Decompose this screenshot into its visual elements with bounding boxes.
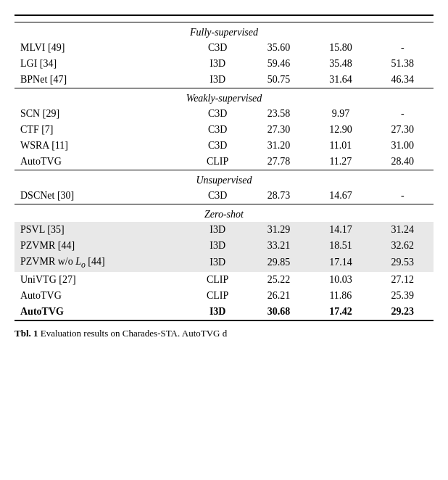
table-row: PZVMR [44]I3D33.2118.5132.62 [14,238,434,254]
cell-method: BPNet [47] [14,72,188,88]
cell-r07: 12.90 [310,122,371,138]
cell-r05: 50.75 [248,72,310,88]
cell-miou: 27.30 [372,122,434,138]
cell-feature: C3D [188,40,248,56]
cell-r07: 18.51 [310,238,371,254]
cell-feature: I3D [188,254,248,272]
cell-feature: C3D [188,188,248,204]
cell-feature: I3D [188,222,248,238]
table-row: CTF [7]C3D27.3012.9027.30 [14,122,434,138]
cell-r05: 59.46 [248,56,310,72]
cell-r07: 9.97 [310,106,371,122]
cell-r07: 14.67 [310,188,371,204]
cell-method: PZVMR [44] [14,238,188,254]
cell-miou: 31.00 [372,138,434,154]
cell-miou: 32.62 [372,238,434,254]
col-miou [372,15,434,22]
cell-feature: CLIP [188,272,248,288]
cell-r05: 28.73 [248,188,310,204]
cell-method: UniVTG [27] [14,272,188,288]
table-header-row [14,15,434,22]
section-header: Weakly-supervised [14,88,434,107]
cell-r07: 17.42 [310,304,371,320]
section-header: Unsupervised [14,170,434,189]
cell-r07: 17.14 [310,254,371,272]
section-label: Unsupervised [14,170,434,189]
cell-r05: 25.22 [248,272,310,288]
col-r05 [248,15,310,22]
table-row: LGI [34]I3D59.4635.4851.38 [14,56,434,72]
cell-r07: 11.27 [310,154,371,170]
cell-r07: 35.48 [310,56,371,72]
section-label: Zero-shot [14,204,434,223]
table-container: Fully-supervisedMLVI [49]C3D35.6015.80-L… [14,15,434,340]
cell-r05: 27.30 [248,122,310,138]
cell-method: AutoTVG [14,154,188,170]
cell-r07: 14.17 [310,222,371,238]
table-row: WSRA [11]C3D31.2011.0131.00 [14,138,434,154]
cell-miou: 51.38 [372,56,434,72]
cell-miou: 25.39 [372,288,434,304]
cell-method: DSCNet [30] [14,188,188,204]
cell-method: AutoTVG [14,304,188,320]
cell-r05: 31.29 [248,222,310,238]
col-r07 [310,15,371,22]
col-feature [188,15,248,22]
cell-method: CTF [7] [14,122,188,138]
table-row: DSCNet [30]C3D28.7314.67- [14,188,434,204]
cell-r05: 26.21 [248,288,310,304]
table-row: SCN [29]C3D23.589.97- [14,106,434,122]
table-row: PZVMR w/o Lo [44]I3D29.8517.1429.53 [14,254,434,272]
section-label: Fully-supervised [14,22,434,41]
cell-r05: 23.58 [248,106,310,122]
cell-feature: C3D [188,106,248,122]
cell-r07: 11.01 [310,138,371,154]
table-row: PSVL [35]I3D31.2914.1731.24 [14,222,434,238]
table-row: AutoTVGCLIP26.2111.8625.39 [14,288,434,304]
cell-feature: I3D [188,238,248,254]
cell-miou: 29.23 [372,304,434,320]
cell-feature: CLIP [188,288,248,304]
cell-r07: 11.86 [310,288,371,304]
cell-r07: 15.80 [310,40,371,56]
cell-method: LGI [34] [14,56,188,72]
table-caption: Tbl. 1 Evaluation results on Charades-ST… [14,327,434,340]
cell-feature: I3D [188,56,248,72]
cell-r07: 10.03 [310,272,371,288]
cell-method: MLVI [49] [14,40,188,56]
cell-miou: - [372,106,434,122]
cell-miou: 31.24 [372,222,434,238]
cell-method: PSVL [35] [14,222,188,238]
cell-miou: 28.40 [372,154,434,170]
cell-feature: C3D [188,122,248,138]
cell-r05: 29.85 [248,254,310,272]
results-table: Fully-supervisedMLVI [49]C3D35.6015.80-L… [14,15,434,321]
cell-miou: 29.53 [372,254,434,272]
cell-method: AutoTVG [14,288,188,304]
table-row: AutoTVGCLIP27.7811.2728.40 [14,154,434,170]
cell-r05: 33.21 [248,238,310,254]
cell-feature: I3D [188,72,248,88]
cell-feature: C3D [188,138,248,154]
cell-feature: I3D [188,304,248,320]
caption-label: Tbl. 1 [14,328,38,339]
cell-r05: 35.60 [248,40,310,56]
cell-miou: - [372,40,434,56]
table-row: AutoTVGI3D30.6817.4229.23 [14,304,434,320]
cell-r05: 30.68 [248,304,310,320]
cell-method: PZVMR w/o Lo [44] [14,254,188,272]
cell-method: SCN [29] [14,106,188,122]
cell-r05: 31.20 [248,138,310,154]
cell-miou: - [372,188,434,204]
section-header: Fully-supervised [14,22,434,41]
cell-r05: 27.78 [248,154,310,170]
table-row: MLVI [49]C3D35.6015.80- [14,40,434,56]
table-row: BPNet [47]I3D50.7531.6446.34 [14,72,434,88]
caption-text: Evaluation results on Charades-STA. Auto… [41,328,227,339]
cell-feature: CLIP [188,154,248,170]
table-row: UniVTG [27]CLIP25.2210.0327.12 [14,272,434,288]
cell-miou: 27.12 [372,272,434,288]
cell-miou: 46.34 [372,72,434,88]
col-method [14,15,188,22]
cell-r07: 31.64 [310,72,371,88]
